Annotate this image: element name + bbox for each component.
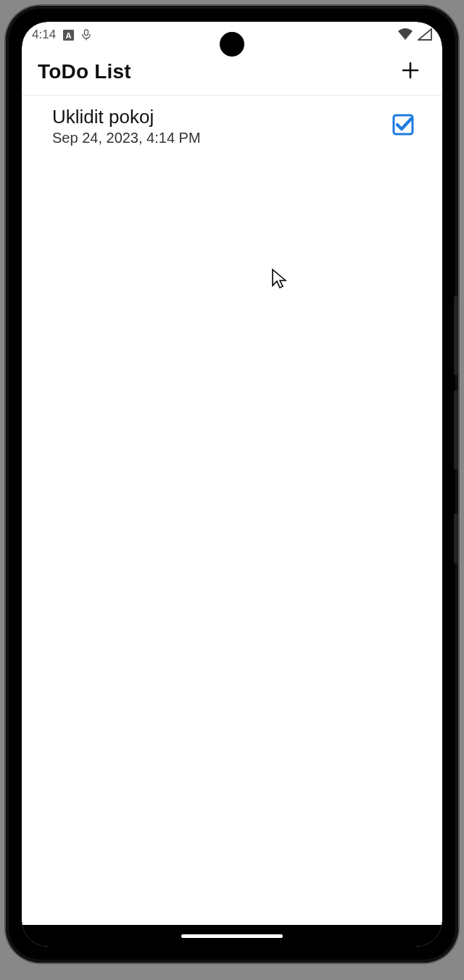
todo-date: Sep 24, 2023, 4:14 PM <box>52 130 201 146</box>
todo-list[interactable]: Uklidit pokoj Sep 24, 2023, 4:14 PM <box>22 96 442 925</box>
volume-down-button[interactable] <box>454 390 458 470</box>
power-button[interactable] <box>454 513 458 564</box>
nav-pill[interactable] <box>181 934 283 938</box>
add-button[interactable] <box>394 56 426 88</box>
device-frame: 4:14 A <box>6 6 458 963</box>
todo-title: Uklidit pokoj <box>52 106 201 128</box>
plus-icon <box>400 60 420 83</box>
a-icon: A <box>63 30 74 41</box>
todo-row[interactable]: Uklidit pokoj Sep 24, 2023, 4:14 PM <box>22 96 442 157</box>
svg-text:A: A <box>66 30 72 39</box>
wifi-icon <box>397 28 413 41</box>
device-inner: 4:14 A <box>22 22 442 947</box>
nav-bar <box>22 925 442 947</box>
signal-icon <box>418 28 432 41</box>
todo-checkbox[interactable] <box>390 113 416 139</box>
screen: 4:14 A <box>22 22 442 947</box>
mic-icon <box>81 29 91 41</box>
app-title: ToDo List <box>38 60 131 83</box>
checkbox-checked-icon <box>392 113 415 139</box>
status-time: 4:14 <box>32 28 56 42</box>
volume-up-button[interactable] <box>454 296 458 375</box>
svg-rect-2 <box>85 30 88 36</box>
camera-punch <box>220 32 244 57</box>
